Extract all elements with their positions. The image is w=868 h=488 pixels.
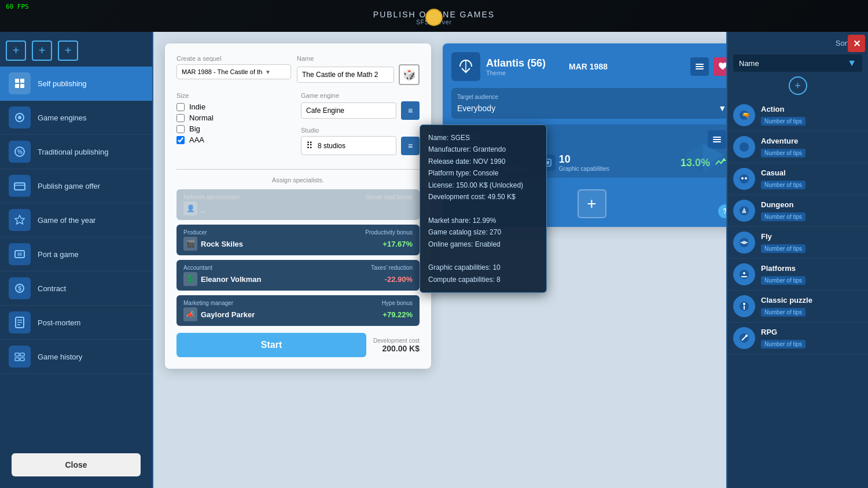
accountant-bonus: -22.90% (385, 275, 413, 284)
name-input[interactable] (297, 67, 394, 83)
tooltip-online: Online games: Enabled (428, 239, 538, 250)
form-panel: Create a sequel MAR 1988 - The Castle of… (165, 43, 431, 369)
audience-label: Target audience (457, 94, 726, 100)
network-admin-role: Network administrator (183, 194, 240, 200)
audience-arrow: ▼ (718, 104, 726, 113)
name-label: Name (297, 55, 420, 62)
audience-value: Everybody (457, 104, 495, 113)
size-normal-label: Normal (189, 113, 214, 122)
studio-dropdown[interactable]: ⠿ 8 studios (301, 136, 396, 155)
specialist-row-producer[interactable]: Producer Productivity bonus 🎬 Rock Skile… (176, 225, 420, 255)
modal-overlay: ✕ + + + Self publishing Game engines % T… (0, 32, 868, 488)
specialist-row-accountant[interactable]: Accountant Taxes' reduction 💲 Eleanor Vo… (176, 260, 420, 291)
sort-bar[interactable]: Name ▼ (733, 54, 862, 72)
sidebar-item-post-mortem[interactable]: Post-mortem (0, 306, 152, 340)
svg-point-50 (743, 303, 745, 305)
add-genre-button[interactable]: + (789, 76, 807, 95)
sidebar-icon-game-history (9, 346, 31, 368)
genre-item-classic-puzzle[interactable]: Classic puzzle Number of tips (727, 291, 868, 322)
svg-text:🔫: 🔫 (742, 111, 750, 119)
svg-point-40 (740, 174, 749, 184)
svg-rect-2 (15, 84, 19, 88)
genre-item-fly[interactable]: Fly Number of tips (727, 227, 868, 259)
accountant-icon: 💲 (183, 272, 197, 286)
specialists-label: Assign specialists. (176, 177, 420, 184)
sidebar-item-traditional-publishing[interactable]: % Traditional publishing (0, 135, 152, 169)
svg-rect-8 (14, 183, 25, 190)
svg-point-48 (743, 272, 745, 274)
genre-name-casual: Casual (761, 168, 862, 177)
tooltip-catalog: Game catalog size: 270 (428, 226, 538, 238)
genre-item-rpg[interactable]: RPG Number of tips (727, 322, 868, 354)
genre-name-adventure: Adventure (761, 137, 862, 145)
sidebar-label-game-of-the-year: Game of the year (38, 216, 95, 225)
audience-dropdown[interactable]: Everybody ▼ (457, 104, 726, 113)
sidebar-icon-port-a-game (9, 243, 31, 265)
sidebar-item-game-history[interactable]: Game history (0, 340, 152, 374)
network-admin-icon: 👤 (183, 201, 197, 215)
dice-button[interactable]: 🎲 (399, 64, 420, 85)
svg-rect-26 (713, 137, 721, 138)
size-aaa-checkbox[interactable] (176, 136, 185, 144)
genre-item-adventure[interactable]: Adventure Number of tips (727, 131, 868, 163)
sidebar-item-publish-game-offer[interactable]: Publish game offer (0, 169, 152, 203)
svg-rect-1 (20, 79, 24, 83)
svg-text:%: % (17, 149, 23, 155)
size-indie-checkbox[interactable] (176, 103, 185, 111)
close-button[interactable]: Close (12, 453, 141, 476)
studio-grid-icon: ⠿ (306, 140, 313, 151)
start-button[interactable]: Start (176, 333, 366, 357)
sidebar-item-contract[interactable]: $ Contract (0, 271, 152, 306)
sort-by-label: Sort by (727, 32, 868, 54)
tooltip-license: License: 150.00 K$ (Unlocked) (428, 179, 538, 191)
size-normal-checkbox[interactable] (176, 114, 185, 122)
sidebar-plus-2[interactable]: + (32, 41, 52, 61)
modal-close-button[interactable]: ✕ (848, 35, 865, 52)
sequel-dropdown[interactable]: MAR 1988 - The Castle of the Ma ▼ (176, 64, 291, 79)
card-menu-button[interactable] (690, 57, 709, 76)
tooltip-release: Release date: NOV 1990 (428, 156, 538, 167)
sidebar-item-port-a-game[interactable]: Port a game (0, 237, 152, 271)
game-icon (451, 52, 480, 81)
genre-name-platforms: Platforms (761, 264, 862, 273)
marketing-name: Gaylord Parker (201, 310, 255, 319)
producer-name: Rock Skiles (201, 240, 243, 248)
sidebar-icon-publish-game-offer (9, 175, 31, 197)
sort-arrow: ▼ (847, 58, 856, 68)
genre-item-casual[interactable]: Casual Number of tips (727, 163, 868, 195)
genre-item-platforms[interactable]: Platforms Number of tips (727, 259, 868, 291)
sidebar-item-self-publishing[interactable]: Self publishing (0, 67, 152, 101)
sidebar-item-game-of-the-year[interactable]: Game of the year (0, 203, 152, 237)
platform-art (680, 141, 726, 175)
size-normal-row: Normal (176, 113, 295, 122)
genre-icon-classic-puzzle (733, 295, 755, 317)
size-indie-label: Indie (189, 102, 205, 111)
specialist-row-marketing[interactable]: Marketing manager Hype bonus 📣 Gaylord P… (176, 295, 420, 326)
genre-item-action[interactable]: 🔫 Action Number of tips (727, 100, 868, 131)
engine-menu-button[interactable]: ≡ (401, 101, 420, 120)
sidebar-plus-1[interactable]: + (6, 41, 26, 61)
tooltip-manufacturer: Manufacturer: Grantendo (428, 144, 538, 155)
genre-tips-casual: Number of tips (761, 181, 806, 189)
size-label: Size (176, 92, 295, 99)
sidebar-item-game-engines[interactable]: Game engines (0, 101, 152, 135)
form-divider (176, 169, 420, 170)
genre-tips-classic-puzzle: Number of tips (761, 308, 806, 317)
genre-name-action: Action (761, 105, 862, 113)
genre-item-dungeon[interactable]: Dungeon Number of tips (727, 195, 868, 227)
sidebar-label-game-engines: Game engines (38, 113, 87, 122)
producer-bonus: +17.67% (382, 240, 413, 248)
tooltip-dev-cost: Development cost: 49.50 K$ (428, 191, 538, 203)
size-big-checkbox[interactable] (176, 125, 185, 133)
engine-dropdown[interactable]: Cafe Engine (301, 102, 396, 119)
svg-point-5 (18, 116, 21, 119)
svg-rect-3 (20, 84, 24, 88)
graphic-label: Graphic capabilities (559, 166, 609, 172)
add-platform-button[interactable]: + (578, 189, 606, 218)
sidebar-label-game-history: Game history (38, 353, 82, 361)
genre-name-classic-puzzle: Classic puzzle (761, 296, 862, 304)
genre-tips-action: Number of tips (761, 117, 806, 126)
studio-menu-button[interactable]: ≡ (401, 137, 420, 155)
sidebar-plus-3[interactable]: + (58, 41, 78, 61)
sidebar-icon-game-engines (9, 107, 31, 129)
